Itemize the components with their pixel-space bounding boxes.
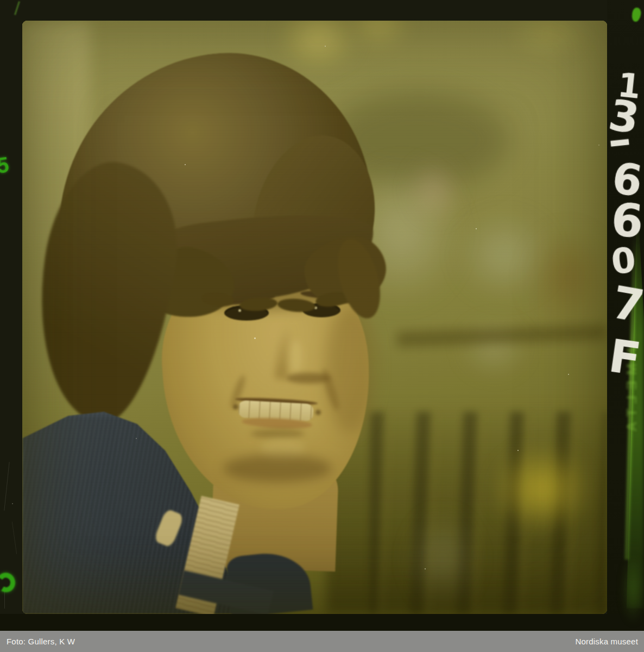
film-scratch xyxy=(4,462,9,511)
dust-speck xyxy=(598,145,599,146)
frame-number-char: 6 xyxy=(610,197,644,244)
credit-bar: Foto: Gullers, K W Nordiska museet xyxy=(0,631,644,652)
film-scan: 5 NMELTA 1 3 - 6 6 0 7 F Foto: Gullers, … xyxy=(0,0,644,652)
green-light-leak-glow xyxy=(622,554,644,625)
green-edge-arc-mark xyxy=(0,571,17,594)
frame-number-char: 0 xyxy=(610,242,637,279)
green-edge-number: 5 xyxy=(0,153,10,179)
photographer-credit: Foto: Gullers, K W xyxy=(7,637,75,646)
frame-number-char: F xyxy=(606,333,643,382)
film-border-bottom xyxy=(0,614,644,631)
dust-speck xyxy=(12,503,13,504)
museum-credit: Nordiska museet xyxy=(575,637,638,646)
vignette xyxy=(22,21,607,614)
film-scratch xyxy=(12,522,17,554)
portrait-photo xyxy=(22,21,607,614)
green-edge-tick xyxy=(14,1,20,15)
